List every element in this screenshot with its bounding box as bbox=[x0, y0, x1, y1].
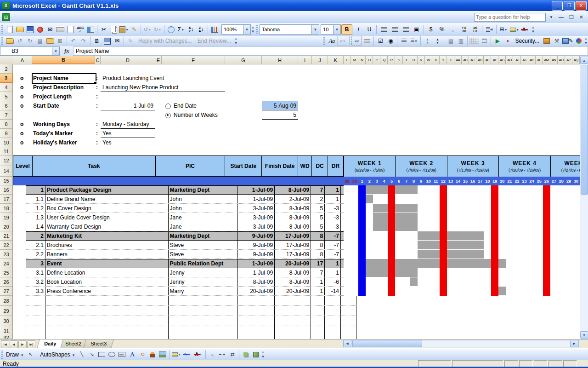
gantt-header-cell[interactable]: Task bbox=[33, 156, 156, 176]
3d-style-icon[interactable] bbox=[252, 351, 260, 359]
task-cell-task[interactable]: Define Brand Name bbox=[45, 195, 169, 203]
undo-icon[interactable]: ↺▼ bbox=[143, 25, 152, 34]
column-header[interactable]: AE bbox=[484, 56, 491, 64]
task-cell-task[interactable]: Press Conference bbox=[45, 287, 169, 295]
task-cell-finish[interactable]: 8-Jul-09 bbox=[275, 213, 311, 222]
empty-cell[interactable] bbox=[238, 316, 275, 326]
dash-style-icon[interactable] bbox=[218, 351, 226, 359]
help-input[interactable] bbox=[474, 13, 546, 22]
task-cell-pic[interactable]: Jenny bbox=[169, 268, 238, 277]
shape-fill-color-icon[interactable]: ▼ bbox=[171, 350, 181, 359]
previous-sheet-icon[interactable]: ◀ bbox=[10, 340, 18, 348]
day-cell[interactable]: 21 bbox=[506, 177, 513, 185]
visual-basic-icon[interactable] bbox=[542, 36, 551, 46]
scroll-up-icon[interactable]: ▲ bbox=[580, 57, 588, 64]
gantt-header-cell[interactable]: WD bbox=[298, 156, 312, 176]
task-cell-start[interactable]: 1-Jul-09 bbox=[238, 259, 275, 268]
row-header[interactable]: 31 bbox=[0, 326, 13, 336]
copy-icon[interactable] bbox=[109, 25, 119, 34]
task-cell-pic[interactable]: John bbox=[169, 195, 238, 203]
empty-cell[interactable] bbox=[311, 306, 325, 316]
form-bullet[interactable]: o bbox=[20, 92, 23, 101]
name-box[interactable]: B3 bbox=[0, 46, 52, 56]
form-value[interactable]: 1-Jul-09 bbox=[101, 101, 153, 110]
vertical-scroll-thumb[interactable] bbox=[581, 65, 588, 195]
gantt-header-cell[interactable]: Level bbox=[13, 156, 33, 176]
day-cell[interactable]: 28 bbox=[558, 177, 565, 185]
button-control-icon[interactable] bbox=[362, 36, 372, 46]
script-editor-icon[interactable] bbox=[574, 36, 583, 46]
column-header[interactable]: F bbox=[162, 56, 225, 64]
form-bullet[interactable]: o bbox=[20, 120, 23, 129]
task-cell-wd[interactable]: 5 bbox=[311, 222, 325, 231]
font-size-select[interactable]: 10▼ bbox=[321, 24, 341, 34]
day-cell[interactable]: 27 bbox=[550, 177, 558, 185]
column-header[interactable]: S bbox=[395, 56, 402, 64]
radio-label[interactable]: End Date bbox=[174, 101, 197, 110]
row-header[interactable]: 28 bbox=[0, 296, 13, 306]
task-cell-dc[interactable]: -3 bbox=[325, 204, 341, 213]
day-cell[interactable]: 2 bbox=[366, 177, 373, 185]
task-cell-dc[interactable]: 1 bbox=[325, 259, 341, 268]
gantt-header-cell[interactable]: PIC bbox=[156, 156, 226, 176]
line-style-icon[interactable]: ≡ bbox=[208, 351, 216, 359]
group-box-icon[interactable]: xyz bbox=[351, 36, 362, 46]
task-cell-task[interactable]: Marketing Kit bbox=[45, 232, 169, 240]
empty-cell[interactable] bbox=[45, 296, 169, 305]
decrease-indent-icon[interactable]: ◀ bbox=[484, 25, 494, 34]
row-header[interactable]: 20 bbox=[0, 222, 13, 231]
column-header[interactable]: AC bbox=[469, 56, 476, 64]
toolbar-options-icon[interactable]: »▾ bbox=[252, 26, 254, 33]
empty-cell[interactable] bbox=[275, 306, 311, 316]
task-cell-task[interactable]: Product Package Design bbox=[45, 186, 169, 194]
increase-decimal-icon[interactable]: +.0.00 bbox=[459, 25, 469, 34]
delete-comment-icon[interactable]: ⊠ bbox=[56, 36, 65, 46]
print-preview-icon[interactable] bbox=[66, 25, 75, 34]
row-header[interactable]: 14 bbox=[0, 166, 13, 177]
task-cell-finish[interactable]: 2-Jul-09 bbox=[275, 195, 311, 203]
line-icon[interactable]: ╲ bbox=[78, 351, 86, 359]
task-cell-dc[interactable]: 1 bbox=[325, 186, 341, 194]
column-header[interactable]: G bbox=[225, 56, 262, 64]
zoom-select[interactable]: 100%▼ bbox=[221, 24, 251, 34]
empty-cell[interactable] bbox=[311, 316, 325, 326]
column-header[interactable]: AL bbox=[536, 56, 543, 64]
empty-cell[interactable] bbox=[169, 306, 238, 316]
run-dialog-icon[interactable]: 🗔 bbox=[480, 36, 489, 46]
edit-code-icon[interactable]: ▥ bbox=[456, 36, 465, 46]
day-cell[interactable]: 24 bbox=[528, 177, 536, 185]
task-cell-task[interactable]: User Guide Cover Design bbox=[45, 213, 169, 222]
form-bullet[interactable]: o bbox=[20, 83, 23, 92]
form-value[interactable]: Launching New Phone Product bbox=[102, 83, 178, 92]
name-box-dropdown-icon[interactable]: ▼ bbox=[52, 46, 60, 56]
column-header[interactable]: AK bbox=[528, 56, 536, 64]
task-cell-finish[interactable]: 8-Jul-09 bbox=[275, 204, 311, 213]
save-icon[interactable] bbox=[25, 25, 34, 34]
row-header[interactable]: 24 bbox=[0, 259, 13, 268]
text-box-icon[interactable] bbox=[118, 351, 126, 359]
column-header[interactable]: J bbox=[312, 56, 328, 64]
row-header[interactable]: 4 bbox=[0, 83, 13, 92]
task-cell-wd[interactable]: 5 bbox=[311, 213, 325, 222]
column-header[interactable]: O bbox=[366, 56, 373, 64]
column-header[interactable]: AA bbox=[454, 56, 462, 64]
task-cell-pic[interactable]: Steve bbox=[169, 241, 238, 249]
column-header[interactable]: AG bbox=[498, 56, 506, 64]
task-cell-wd[interactable]: 8 bbox=[311, 232, 325, 240]
window-minimize-icon[interactable]: ― bbox=[557, 14, 565, 20]
vertical-scrollbar[interactable]: ▲ ▼ bbox=[580, 56, 588, 339]
form-label[interactable]: Project Length bbox=[33, 92, 72, 101]
select-objects-icon[interactable]: ↖ bbox=[26, 351, 34, 359]
column-header[interactable]: M bbox=[351, 56, 358, 64]
task-cell-start[interactable]: 8-Jul-09 bbox=[238, 277, 275, 286]
task-cell-wd[interactable]: 2 bbox=[311, 195, 325, 203]
empty-cell[interactable] bbox=[238, 326, 275, 336]
decrease-decimal-icon[interactable]: .00+.0 bbox=[470, 25, 480, 34]
underline-button[interactable]: U bbox=[364, 25, 374, 34]
radio-button[interactable] bbox=[165, 104, 171, 109]
task-cell-pic[interactable]: Jane bbox=[169, 213, 238, 222]
task-cell-wd[interactable]: 7 bbox=[311, 186, 325, 194]
empty-cell[interactable] bbox=[45, 316, 169, 326]
row-header[interactable]: 8 bbox=[0, 120, 13, 129]
task-cell-level[interactable]: 1.3 bbox=[26, 213, 45, 222]
